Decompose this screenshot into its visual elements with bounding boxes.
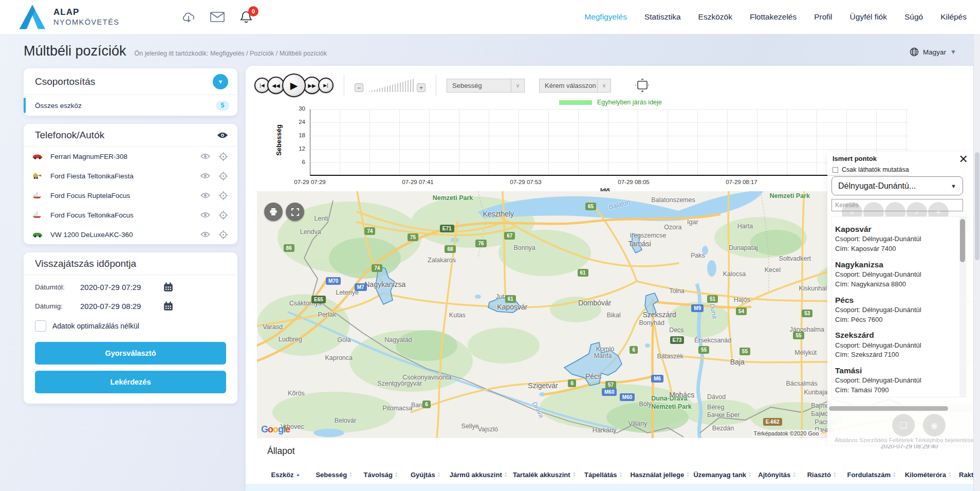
group-select-value: Délnyugat-Dunántú... [838,181,916,191]
date-from-value[interactable]: 2020-07-29 07:29 [80,283,157,292]
cloud-download-icon[interactable] [181,9,196,25]
scrollbar-thumb[interactable] [975,152,979,260]
known-point-item[interactable]: Pécs Csoport: Délnyugat-Dunántúl Cím: Pé… [835,295,964,325]
optimize-checkbox-row[interactable]: Adatok optimalizálás nélkül [35,320,226,332]
device-eye-icon[interactable] [200,212,210,218]
column-header[interactable]: Távolság ▲ ▲▼ [358,471,404,479]
close-icon[interactable]: ✕ [959,153,968,166]
device-row[interactable]: Ferrari MagnumFER-308 [24,147,237,166]
nav-item[interactable]: Eszközök [698,12,732,22]
device-row[interactable]: VW 1200 DeLuxeAKC-360 [24,225,237,244]
column-label: Raktér hőfok [959,471,974,479]
brand-line1: ALAP [53,7,120,17]
column-header[interactable]: Sebesség ▲ ▲▼ [310,471,358,479]
known-point-item[interactable]: Nagykanizsa Csoport: Délnyugat-Dunántúl … [835,260,964,289]
column-header[interactable]: Használat jellege ▲ ▲▼ [628,471,692,479]
column-label: Fordulatszám [847,471,891,479]
group-item-all-devices[interactable]: Összes eszköz 5 [24,95,237,116]
play-button[interactable]: ▶ [282,74,306,97]
query-button[interactable]: Lekérdezés [35,371,226,393]
page-scrollbar[interactable] [973,34,980,491]
brand-logo[interactable]: ALAP NYOMKÖVETÉS [19,4,120,30]
scrollbar-thumb[interactable] [960,219,965,262]
devices-title: Telefonok/Autók [35,130,104,141]
messages-icon[interactable] [210,9,225,25]
nav-item[interactable]: Profil [814,12,832,22]
column-header[interactable]: Riasztó ▲ ▲▼ [801,471,843,479]
device-locate-icon[interactable] [218,210,228,220]
known-point-item[interactable]: Tamási Csoport: Délnyugat-Dunántúl Cím: … [835,366,964,395]
known-point-item[interactable]: Szekszárd Csoport: Délnyugat-Dunántúl Cí… [835,330,964,360]
date-to-value[interactable]: 2020-07-29 08:29 [80,302,157,311]
fit-to-screen-icon[interactable] [635,79,650,92]
route-dropdown[interactable]: Kérem válasszon ∨ [539,79,611,93]
sort-icon: ▲▼ [748,471,751,478]
known-point-address: Cím: Nagykanizsa 8800 [835,280,964,289]
toggle-all-visibility-eye-icon[interactable] [217,132,228,139]
notifications-bell-icon[interactable]: 0 [238,9,254,25]
device-eye-icon[interactable] [200,153,210,159]
column-header[interactable]: Tartalék akkuszint ▲ ▲▼ [510,471,579,479]
road-badge: E73 [670,336,685,344]
column-header[interactable]: Tápellátás ▲ ▲▼ [579,471,628,479]
nav-item[interactable]: Flottakezelés [750,12,797,22]
fullscreen-map-button[interactable] [286,203,304,221]
skip-end-button[interactable]: ▶| [318,78,334,93]
group-select[interactable]: Délnyugat-Dunántú... ▼ [831,176,963,195]
vertical-scrollbar[interactable] [959,217,966,397]
main-navigation: MegfigyelésStatisztikaEszközökFlottakeze… [584,0,967,34]
column-header[interactable]: Üzemanyag tank ▲ ▲▼ [692,471,753,479]
nav-item[interactable]: Ügyfél fiók [850,12,887,22]
map-label: Igar [687,219,698,226]
print-map-button[interactable] [264,203,283,221]
column-header[interactable]: Jármű akkuszint ▲ ▲▼ [447,471,510,479]
sort-icon: ▲▼ [437,471,440,478]
speed-dropdown[interactable]: Sebesség ∨ [447,79,525,93]
device-locate-icon[interactable] [218,191,228,201]
speed-minus-button[interactable]: − [355,83,363,92]
known-point-name: Kaposvár [835,224,964,234]
calendar-icon[interactable] [163,301,173,311]
column-header[interactable]: Kilométeróra ▲ ▲▼ [900,471,956,479]
visible-only-checkbox-row[interactable]: Csak láthatók mutatása [833,166,909,173]
column-header[interactable]: Eszköz ▲ ▲▼ [261,471,310,479]
road-badge: M9 [691,304,704,312]
speed-ramp[interactable] [366,79,414,92]
scrollbar-thumb[interactable] [829,406,948,411]
date-from-row: Dátumtól: 2020-07-29 07:29 [35,282,226,292]
nav-item[interactable]: Súgó [904,12,923,22]
device-row[interactable]: Ford Focus RuptelaFocus [24,186,237,205]
date-from-label: Dátumtól: [35,283,80,291]
road-badge: 6 [422,401,431,408]
known-point-group: Csoport: Délnyugat-Dunántúl [835,234,964,244]
known-point-name: Tamási [835,366,964,376]
device-eye-icon[interactable] [200,173,210,179]
device-locate-icon[interactable] [218,230,228,240]
known-point-item[interactable]: Kaposvár Csoport: Délnyugat-Dunántúl Cím… [835,224,964,254]
nav-item[interactable]: Megfigyelés [584,12,627,22]
calendar-icon[interactable] [163,282,173,292]
checkbox[interactable] [35,320,46,332]
nav-item[interactable]: Kilépés [940,12,967,22]
language-selector[interactable]: Magyar ▼ [910,47,956,57]
column-header[interactable]: Gyújtás ▲ ▲▼ [404,471,447,479]
collapse-button[interactable]: ▼ [213,74,228,89]
device-eye-icon[interactable] [200,192,210,198]
device-locate-icon[interactable] [218,171,228,181]
column-header[interactable]: Fordulatszám ▲ ▲▼ [843,471,900,479]
device-row[interactable]: Ford Focus TeltonikaFocus [24,205,237,225]
device-row[interactable]: Ford Fiesta TeltonikaFiesta [24,166,237,186]
speed-plus-button[interactable]: + [417,83,426,92]
nav-item[interactable]: Statisztika [644,12,681,22]
device-eye-icon[interactable] [200,231,210,238]
checkbox[interactable] [833,167,838,173]
horizontal-scrollbar[interactable] [827,405,973,412]
map-label: Hajós [734,296,750,303]
page-header: Múltbéli pozíciók Ön jelenleg itt tartóz… [24,43,327,59]
map-label: Béreg Бачки Брег [707,404,740,420]
quick-select-button[interactable]: Gyorsválasztó [35,342,226,365]
column-header[interactable]: Ajtónyitás ▲ ▲▼ [753,471,801,479]
road-badge: 68 [445,245,455,253]
column-header[interactable]: Raktér hőfok ▲ ▲▼ [956,471,974,479]
device-locate-icon[interactable] [218,152,228,161]
